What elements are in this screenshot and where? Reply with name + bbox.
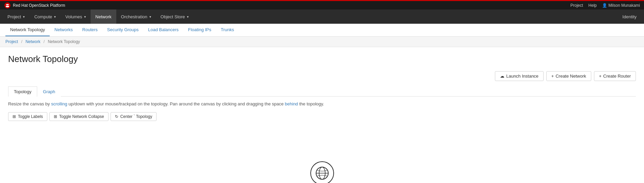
- create-network-button[interactable]: + Create Network: [546, 71, 591, 81]
- sub-nav: Network Topology Networks Routers Securi…: [0, 24, 644, 37]
- page-title: Network Topology: [8, 54, 636, 64]
- toggle-network-collapse-button[interactable]: ⊞ Toggle Network Collapse: [49, 112, 109, 121]
- main-nav: Project ▾ Compute ▾ Volumes ▾ Network Or…: [0, 9, 644, 24]
- breadcrumb: Project / Network / Network Topology: [0, 37, 644, 47]
- center-topology-button[interactable]: ↻ Center ` Topology: [111, 112, 157, 121]
- chevron-down-icon: ▾: [54, 15, 56, 19]
- action-buttons-row: ☁ Launch Instance + Create Network + Cre…: [8, 71, 636, 81]
- scrolling-highlight: scrolling: [51, 101, 67, 106]
- nav-item-identity[interactable]: Identity: [618, 14, 641, 19]
- breadcrumb-sep: /: [21, 39, 22, 44]
- svg-point-1: [6, 5, 9, 7]
- sub-nav-floating-ips[interactable]: Floating IPs: [183, 24, 216, 36]
- chevron-down-icon: ▾: [23, 15, 25, 19]
- brand-logo: Red Hat OpenStack Platform: [4, 2, 65, 9]
- refresh-icon: ↻: [115, 114, 118, 119]
- behind-highlight: behind: [285, 101, 298, 106]
- launch-instance-button[interactable]: ☁ Launch Instance: [495, 71, 543, 81]
- grid-icon: ⊞: [54, 114, 57, 119]
- create-router-button[interactable]: + Create Router: [594, 71, 636, 81]
- user-icon: 👤: [602, 3, 607, 8]
- sub-nav-networks[interactable]: Networks: [50, 24, 77, 36]
- nav-item-compute[interactable]: Compute ▾: [29, 9, 61, 24]
- page-content: Network Topology ☁ Launch Instance + Cre…: [0, 47, 644, 183]
- nav-item-network[interactable]: Network: [91, 9, 116, 24]
- sub-nav-load-balancers[interactable]: Load Balancers: [143, 24, 183, 36]
- top-user-link[interactable]: 👤 Milson Munakami: [602, 3, 640, 8]
- top-help-link[interactable]: Help: [589, 3, 597, 8]
- brand-bar-right: Project Help 👤 Milson Munakami: [570, 3, 640, 8]
- topology-info-text: Resize the canvas by scrolling up/down w…: [8, 101, 636, 107]
- topology-canvas: [8, 129, 636, 183]
- breadcrumb-current: Network Topology: [48, 39, 80, 44]
- chevron-down-icon: ▾: [84, 15, 86, 19]
- svg-point-0: [4, 2, 10, 8]
- sub-nav-security-groups[interactable]: Security Groups: [102, 24, 143, 36]
- nav-item-project[interactable]: Project ▾: [3, 9, 29, 24]
- topology-controls: ⊞ Toggle Labels ⊞ Toggle Network Collaps…: [8, 112, 636, 121]
- view-tabs: Topology Graph: [8, 86, 636, 97]
- cloud-icon: ☁: [500, 74, 504, 79]
- top-project-link[interactable]: Project: [570, 3, 583, 8]
- breadcrumb-project[interactable]: Project: [5, 39, 18, 44]
- plus-icon: +: [551, 74, 554, 79]
- grid-icon: ⊞: [13, 114, 16, 119]
- nav-item-volumes[interactable]: Volumes ▾: [61, 9, 91, 24]
- breadcrumb-sep: /: [44, 39, 45, 44]
- breadcrumb-network[interactable]: Network: [25, 39, 40, 44]
- nav-item-orchestration[interactable]: Orchestration ▾: [116, 9, 156, 24]
- sub-nav-network-topology[interactable]: Network Topology: [5, 24, 50, 36]
- chevron-down-icon: ▾: [187, 15, 189, 19]
- sub-nav-routers[interactable]: Routers: [77, 24, 102, 36]
- chevron-down-icon: ▾: [149, 15, 151, 19]
- globe-icon: [310, 161, 334, 183]
- brand-bar: Red Hat OpenStack Platform Project Help …: [0, 0, 644, 9]
- tab-graph[interactable]: Graph: [37, 86, 61, 97]
- toggle-labels-button[interactable]: ⊞ Toggle Labels: [8, 112, 47, 121]
- brand-name: Red Hat OpenStack Platform: [13, 3, 65, 8]
- nav-item-object-store[interactable]: Object Store ▾: [156, 9, 193, 24]
- tab-topology[interactable]: Topology: [8, 86, 37, 97]
- globe-svg: [315, 166, 330, 181]
- redhat-logo-icon: [4, 2, 11, 9]
- sub-nav-trunks[interactable]: Trunks: [216, 24, 239, 36]
- plus-icon: +: [599, 74, 602, 79]
